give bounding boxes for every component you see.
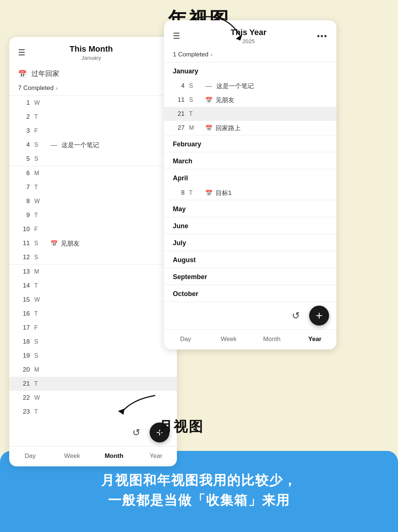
year-event-task: 📅见朋友 [205, 96, 234, 104]
day-letter: T [34, 380, 45, 387]
day-row[interactable]: 19S [9, 349, 177, 363]
year-add-button[interactable]: + [309, 306, 329, 326]
year-nav-day[interactable]: Day [164, 334, 207, 344]
day-number: 9 [18, 212, 30, 219]
completed-count: 7 Completed [18, 84, 53, 92]
month-section: February [164, 135, 336, 152]
day-letter: M [34, 170, 45, 177]
day-row[interactable]: 16T [9, 307, 177, 321]
day-number: 14 [18, 282, 30, 289]
day-number: 21 [18, 380, 30, 387]
event-number: 27 [173, 124, 185, 132]
day-letter: S [34, 338, 45, 345]
month-section: June [164, 217, 336, 234]
day-row[interactable]: 5S [9, 152, 177, 166]
month-panel-header: ☰ This Month January [9, 37, 177, 65]
arrow-title-right [181, 11, 254, 48]
days-list: 1W2T3F4S—这是一个笔记5S6M7T8W9T10F11S📅见朋友12S13… [9, 96, 177, 419]
day-number: 2 [18, 113, 30, 121]
nav-item-week[interactable]: Week [51, 451, 93, 461]
year-completed-row[interactable]: 1 Completed › [164, 49, 336, 62]
day-letter: T [34, 310, 45, 317]
year-nav-week[interactable]: Week [207, 334, 250, 344]
category-item[interactable]: 📅 过年回家 [9, 65, 177, 82]
month-section: August [164, 251, 336, 268]
event-number: 8 [173, 189, 185, 197]
day-number: 15 [18, 296, 30, 303]
year-history-button[interactable]: ↺ [288, 307, 304, 324]
day-row[interactable]: 11S📅见朋友 [9, 236, 177, 250]
day-row[interactable]: 15W [9, 293, 177, 307]
month-section: March [164, 152, 336, 169]
month-header: July [164, 234, 336, 251]
left-bottom-nav: Day Week Month Year [9, 446, 177, 466]
day-letter: W [34, 296, 45, 303]
day-row[interactable]: 2T [9, 110, 177, 124]
year-dash-icon: — [205, 82, 212, 90]
day-row[interactable]: 10F [9, 222, 177, 236]
more-options-icon[interactable]: ••• [317, 31, 328, 41]
day-number: 16 [18, 310, 30, 317]
year-nav-year[interactable]: Year [293, 334, 336, 344]
year-event-row[interactable]: 21T [164, 107, 336, 121]
month-section: September [164, 268, 336, 285]
month-section: July [164, 234, 336, 251]
history-button[interactable]: ↺ [128, 424, 144, 441]
day-row[interactable]: 9T [9, 208, 177, 222]
day-letter: T [34, 212, 45, 219]
day-number: 20 [18, 366, 30, 373]
day-letter: S [34, 254, 45, 261]
nav-item-day[interactable]: Day [9, 451, 51, 461]
day-row[interactable]: 20M [9, 363, 177, 377]
year-bottom-nav: Day Week Month Year [164, 329, 336, 350]
day-row[interactable]: 6M [9, 166, 177, 180]
year-event-row[interactable]: 4S—这是一个笔记 [164, 79, 336, 93]
day-row[interactable]: 3F [9, 124, 177, 138]
day-letter: T [34, 184, 45, 191]
completed-row[interactable]: 7 Completed › [9, 82, 177, 95]
year-event-task: 📅目标1 [205, 189, 231, 197]
year-event-task: —这是一个笔记 [205, 82, 254, 90]
year-event-row[interactable]: 11S📅见朋友 [164, 93, 336, 107]
day-row[interactable]: 4S—这是一个笔记 [9, 138, 177, 152]
year-view-panel: ☰ This Year 2025 ••• 1 Completed › Janua… [164, 20, 336, 350]
day-row[interactable]: 13M [9, 265, 177, 279]
day-row[interactable]: 7T [9, 180, 177, 194]
year-calendar-icon: 📅 [205, 97, 213, 104]
left-fab-area: ↺ + [9, 419, 177, 446]
year-event-row[interactable]: 8T📅目标1 [164, 186, 336, 200]
event-letter: S [189, 83, 199, 89]
hamburger-menu-icon[interactable]: ☰ [18, 49, 25, 57]
day-row[interactable]: 1W [9, 96, 177, 110]
day-row[interactable]: 17F [9, 321, 177, 335]
event-letter: M [189, 125, 199, 131]
year-nav-month[interactable]: Month [250, 334, 293, 344]
year-event-task: 📅回家路上 [205, 124, 241, 132]
event-number: 4 [173, 82, 185, 90]
day-number: 17 [18, 324, 30, 331]
month-annotation: 月视图 [158, 417, 204, 436]
day-row[interactable]: 8W [9, 194, 177, 208]
month-panel-subtitle: January [25, 55, 157, 61]
event-number: 21 [173, 110, 185, 118]
year-completed-count: 1 Completed [173, 51, 208, 58]
nav-item-month[interactable]: Month [93, 451, 135, 461]
category-name: 过年回家 [31, 69, 59, 79]
nav-item-year[interactable]: Year [135, 451, 177, 461]
year-calendar-icon: 📅 [205, 189, 213, 197]
day-task: —这是一个笔记 [50, 141, 99, 149]
day-row[interactable]: 18S [9, 335, 177, 349]
day-number: 13 [18, 268, 30, 275]
year-event-row[interactable]: 27M📅回家路上 [164, 121, 336, 135]
month-header: August [164, 251, 336, 268]
day-letter: S [34, 240, 45, 247]
day-row[interactable]: 14T [9, 279, 177, 293]
month-section: April8T📅目标1 [164, 169, 336, 200]
day-row[interactable]: 12S [9, 250, 177, 264]
day-number: 10 [18, 226, 30, 233]
dash-icon: — [50, 141, 57, 149]
year-hamburger-icon[interactable]: ☰ [173, 32, 180, 40]
event-number: 11 [173, 96, 185, 104]
year-completed-chevron-icon: › [210, 52, 212, 58]
day-letter: T [34, 282, 45, 289]
